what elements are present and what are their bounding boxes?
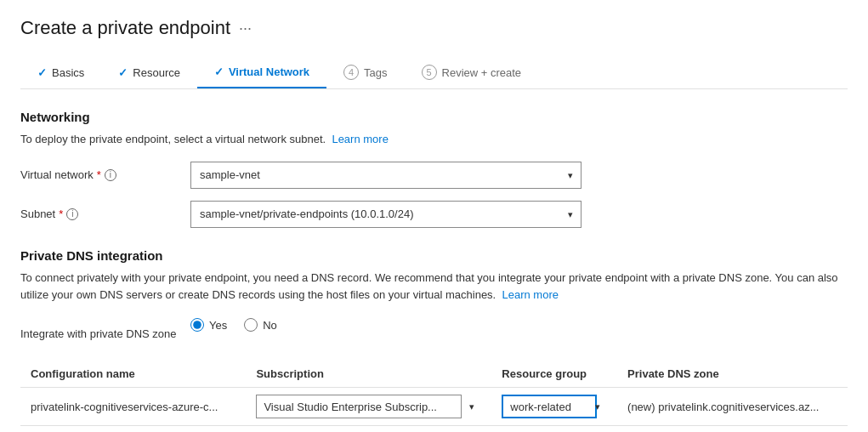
subnet-label: Subnet * i bbox=[20, 207, 190, 220]
col-resource-group: Resource group bbox=[491, 361, 617, 388]
radio-no-text: No bbox=[263, 319, 277, 332]
tab-resource[interactable]: ✓ Resource bbox=[101, 58, 197, 88]
step-num-review: 5 bbox=[422, 65, 437, 80]
cell-config-name: privatelink-cognitiveservices-azure-c... bbox=[20, 388, 246, 426]
virtual-network-select-wrapper: sample-vnet ▾ bbox=[190, 162, 582, 189]
radio-no-label[interactable]: No bbox=[244, 318, 277, 332]
subnet-required: * bbox=[59, 207, 63, 220]
dns-learn-more[interactable]: Learn more bbox=[502, 288, 558, 301]
page-menu-icon[interactable]: ··· bbox=[239, 20, 252, 37]
integrate-dns-row: Integrate with private DNS zone Yes No bbox=[20, 318, 848, 349]
tab-tags[interactable]: 4 Tags bbox=[326, 56, 404, 88]
page-title-row: Create a private endpoint ··· bbox=[20, 17, 848, 39]
dns-section-title: Private DNS integration bbox=[20, 248, 848, 263]
cell-subscription: Visual Studio Enterprise Subscrip... ▾ bbox=[246, 388, 491, 426]
subscription-select-wrapper: Visual Studio Enterprise Subscrip... ▾ bbox=[256, 395, 481, 418]
col-config-name: Configuration name bbox=[20, 361, 246, 388]
virtual-network-select[interactable]: sample-vnet bbox=[190, 162, 582, 189]
tab-basics-label: Basics bbox=[52, 66, 84, 79]
cell-dns-zone: (new) privatelink.cognitiveservices.az..… bbox=[617, 388, 848, 426]
tab-tags-label: Tags bbox=[364, 66, 387, 79]
tab-virtual-network[interactable]: ✓ Virtual Network bbox=[197, 57, 326, 88]
networking-section: Networking To deploy the private endpoin… bbox=[20, 110, 848, 228]
page-container: Create a private endpoint ··· ✓ Basics ✓… bbox=[0, 0, 868, 432]
subnet-info-icon[interactable]: i bbox=[66, 208, 78, 220]
dns-table-body: privatelink-cognitiveservices-azure-c...… bbox=[20, 388, 848, 426]
subnet-select-wrapper: sample-vnet/private-endpoints (10.0.1.0/… bbox=[190, 201, 582, 228]
dns-table: Configuration name Subscription Resource… bbox=[20, 361, 848, 426]
col-subscription: Subscription bbox=[246, 361, 491, 388]
subscription-chevron-icon: ▾ bbox=[469, 401, 474, 412]
integrate-dns-label: Integrate with private DNS zone bbox=[20, 327, 190, 340]
resource-group-select[interactable]: work-related bbox=[502, 395, 597, 418]
dns-table-header-row: Configuration name Subscription Resource… bbox=[20, 361, 848, 388]
resource-group-select-wrapper: work-related ▾ bbox=[502, 395, 607, 418]
radio-yes-text: Yes bbox=[209, 319, 227, 332]
table-row: privatelink-cognitiveservices-azure-c...… bbox=[20, 388, 848, 426]
networking-section-title: Networking bbox=[20, 110, 848, 124]
radio-no-input[interactable] bbox=[244, 318, 258, 332]
check-icon-virtual-network: ✓ bbox=[214, 65, 224, 78]
networking-learn-more[interactable]: Learn more bbox=[332, 133, 388, 145]
tab-virtual-network-label: Virtual Network bbox=[229, 65, 309, 78]
virtual-network-info-icon[interactable]: i bbox=[105, 169, 116, 181]
subnet-select[interactable]: sample-vnet/private-endpoints (10.0.1.0/… bbox=[190, 201, 582, 228]
tab-basics[interactable]: ✓ Basics bbox=[20, 58, 101, 88]
tab-resource-label: Resource bbox=[133, 66, 180, 79]
tab-review-create-label: Review + create bbox=[442, 66, 522, 79]
step-num-tags: 4 bbox=[343, 65, 359, 80]
virtual-network-row: Virtual network * i sample-vnet ▾ bbox=[20, 162, 848, 189]
networking-description: To deploy the private endpoint, select a… bbox=[20, 131, 848, 148]
col-dns-zone: Private DNS zone bbox=[617, 361, 848, 388]
radio-yes-input[interactable] bbox=[190, 318, 204, 332]
virtual-network-required: * bbox=[97, 168, 101, 181]
check-icon-resource: ✓ bbox=[118, 66, 128, 79]
dns-table-header: Configuration name Subscription Resource… bbox=[20, 361, 848, 388]
tab-review-create[interactable]: 5 Review + create bbox=[405, 56, 539, 88]
integrate-dns-radio-group: Yes No bbox=[190, 318, 277, 332]
dns-section: Private DNS integration To connect priva… bbox=[20, 248, 848, 427]
subscription-select[interactable]: Visual Studio Enterprise Subscrip... bbox=[256, 395, 462, 418]
dns-zone-text: (new) privatelink.cognitiveservices.az..… bbox=[627, 401, 819, 413]
tabs-bar: ✓ Basics ✓ Resource ✓ Virtual Network 4 … bbox=[20, 56, 848, 89]
check-icon-basics: ✓ bbox=[37, 66, 47, 79]
config-name-text: privatelink-cognitiveservices-azure-c... bbox=[31, 401, 218, 413]
page-title: Create a private endpoint bbox=[20, 17, 230, 39]
dns-description: To connect privately with your private e… bbox=[20, 270, 848, 305]
virtual-network-label: Virtual network * i bbox=[20, 168, 190, 181]
radio-yes-label[interactable]: Yes bbox=[190, 318, 227, 332]
cell-resource-group: work-related ▾ bbox=[491, 388, 617, 426]
subnet-row: Subnet * i sample-vnet/private-endpoints… bbox=[20, 201, 848, 228]
